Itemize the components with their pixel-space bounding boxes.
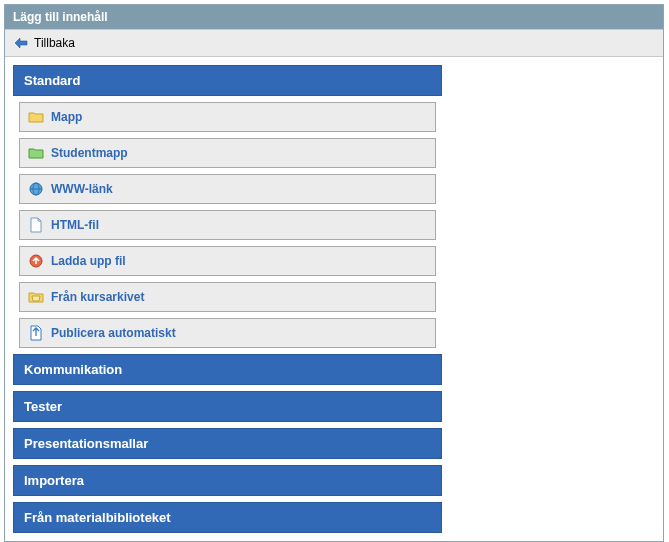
item-label: Studentmapp <box>51 146 128 160</box>
item-html-fil[interactable]: HTML-fil <box>19 210 436 240</box>
student-folder-icon <box>28 145 44 161</box>
archive-folder-icon <box>28 289 44 305</box>
upload-file-icon <box>28 253 44 269</box>
category-header-importera[interactable]: Importera <box>13 465 442 496</box>
folder-icon <box>28 109 44 125</box>
item-studentmapp[interactable]: Studentmapp <box>19 138 436 168</box>
publish-auto-icon <box>28 325 44 341</box>
category-header-materialbiblioteket[interactable]: Från materialbiblioteket <box>13 502 442 533</box>
category-header-standard[interactable]: Standard <box>13 65 442 96</box>
content-area: Standard Mapp Studentmapp <box>5 57 450 541</box>
item-label: Från kursarkivet <box>51 290 144 304</box>
item-label: Publicera automatiskt <box>51 326 176 340</box>
back-label: Tillbaka <box>34 36 75 50</box>
item-label: HTML-fil <box>51 218 99 232</box>
panel: Lägg till innehåll Tillbaka Standard Map… <box>4 4 664 542</box>
item-fran-kursarkivet[interactable]: Från kursarkivet <box>19 282 436 312</box>
item-ladda-upp-fil[interactable]: Ladda upp fil <box>19 246 436 276</box>
globe-icon <box>28 181 44 197</box>
item-label: WWW-länk <box>51 182 113 196</box>
category-header-kommunikation[interactable]: Kommunikation <box>13 354 442 385</box>
item-publicera-automatiskt[interactable]: Publicera automatiskt <box>19 318 436 348</box>
back-arrow-icon <box>13 35 29 51</box>
html-file-icon <box>28 217 44 233</box>
item-label: Mapp <box>51 110 82 124</box>
item-label: Ladda upp fil <box>51 254 126 268</box>
category-header-presentationsmallar[interactable]: Presentationsmallar <box>13 428 442 459</box>
category-header-tester[interactable]: Tester <box>13 391 442 422</box>
back-button[interactable]: Tillbaka <box>5 29 663 57</box>
item-mapp[interactable]: Mapp <box>19 102 436 132</box>
panel-title: Lägg till innehåll <box>5 5 663 29</box>
category-items-standard: Mapp Studentmapp WWW-l <box>13 102 442 348</box>
item-www-lank[interactable]: WWW-länk <box>19 174 436 204</box>
